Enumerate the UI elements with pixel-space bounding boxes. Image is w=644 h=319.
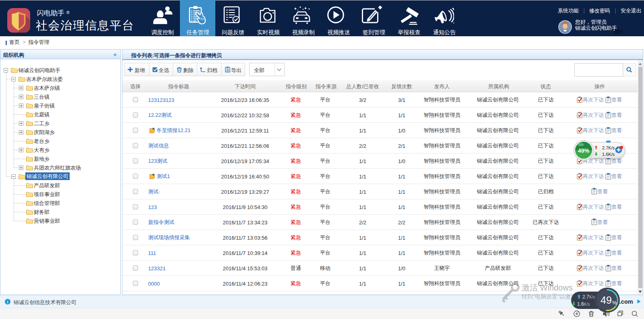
- svg-text:49%: 49%: [578, 147, 590, 154]
- svg-text:49: 49: [601, 294, 612, 306]
- svg-text:i: i: [7, 300, 8, 304]
- svg-text:%: %: [612, 300, 617, 306]
